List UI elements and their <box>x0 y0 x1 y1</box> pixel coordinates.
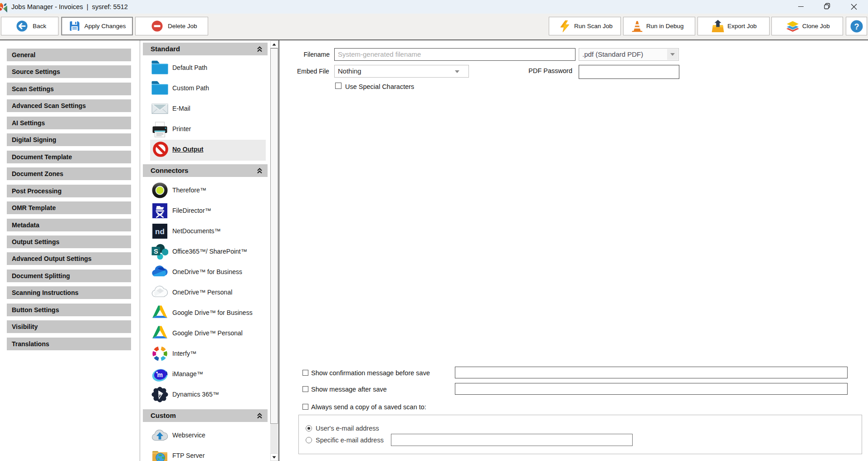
svg-text:S: S <box>154 248 158 255</box>
svg-text:?: ? <box>854 22 859 31</box>
svg-text:m: m <box>157 371 163 378</box>
svg-text:nd: nd <box>155 227 165 236</box>
